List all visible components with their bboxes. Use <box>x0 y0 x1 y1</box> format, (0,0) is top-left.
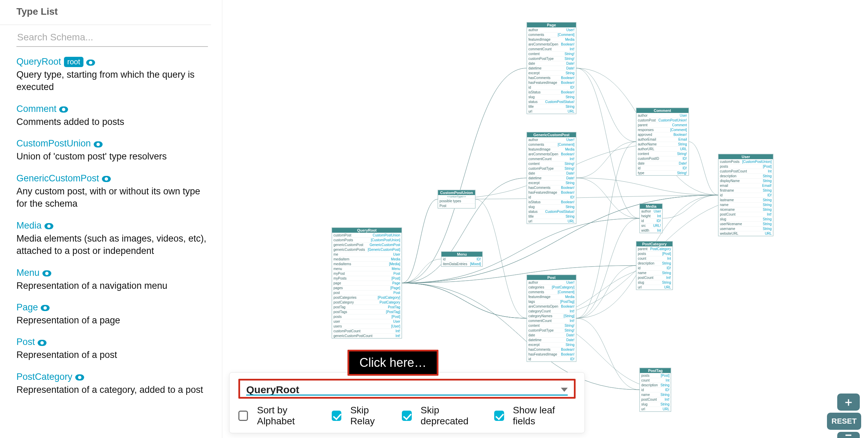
table-row: srcURL! <box>640 223 662 228</box>
table-row: nicenameString <box>719 207 773 212</box>
field-type: [Page] <box>390 286 400 290</box>
checkbox-show-leaf[interactable] <box>494 411 504 421</box>
type-item-post[interactable]: PostRepresentation of a post <box>16 337 222 361</box>
eye-icon[interactable] <box>94 141 103 147</box>
zoom-reset-button[interactable]: RESET <box>827 413 861 430</box>
table-row: isStatusBoolean! <box>527 90 576 94</box>
field-type: [PostCategory] <box>552 285 575 289</box>
field-name: title <box>528 104 534 109</box>
field-name: id <box>720 193 723 197</box>
type-desc: Union of 'custom post' type resolvers <box>16 150 211 163</box>
type-name[interactable]: Media <box>16 220 53 231</box>
field-name: posts <box>641 373 649 378</box>
field-name: excerpt <box>528 71 540 75</box>
field-name: posts <box>638 252 646 256</box>
field-name: mediaItem <box>333 257 350 261</box>
type-name[interactable]: CustomPostUnion <box>16 138 103 149</box>
eye-icon[interactable] <box>75 374 84 381</box>
table-row: urlURL <box>527 109 576 114</box>
type-table-comment[interactable]: CommentauthorUsercustomPostCustomPostUni… <box>636 108 689 176</box>
type-table-postcategory[interactable]: PostCategoryparentPostCategoryposts[Post… <box>636 241 673 290</box>
eye-icon[interactable] <box>42 270 51 276</box>
type-table-media[interactable]: MediaauthorUserheightIntidID!srcURL!widt… <box>640 204 662 233</box>
zoom-in-button[interactable]: ＋ <box>837 394 860 411</box>
zoom-out-button[interactable]: − <box>837 432 860 438</box>
table-row: categoryNames[String] <box>527 313 576 318</box>
field-name: date <box>528 61 535 66</box>
type-item-genericcustompost[interactable]: GenericCustomPostAny custom post, with o… <box>16 173 222 210</box>
field-type: String! <box>565 52 575 56</box>
field-type: Media <box>565 295 575 299</box>
type-table-posttag[interactable]: PostTagposts[Post]countIntdescriptionStr… <box>640 368 671 412</box>
table-row: customPostTypeString! <box>527 328 576 333</box>
type-table-post[interactable]: PostauthorUser!categories[PostCategory]c… <box>527 275 576 362</box>
root-type-dropdown[interactable]: QueryRoot <box>238 379 576 399</box>
field-name: tags <box>528 299 535 304</box>
type-table-queryroot[interactable]: QueryRootcustomPostCustomPostUnioncustom… <box>332 228 402 338</box>
table-row: hasCommentsBoolean! <box>527 347 576 352</box>
table-row: slugString <box>640 402 671 407</box>
table-row: responses[Comment] <box>636 127 688 132</box>
graph-canvas[interactable]: PageauthorUser!comments[Comment]featured… <box>222 0 868 438</box>
field-name: mediaItems <box>333 262 351 266</box>
field-type: Int! <box>570 157 575 161</box>
table-row: posts[Post] <box>332 314 402 319</box>
table-row: idID! <box>442 257 482 261</box>
table-row: descriptionString <box>636 261 672 266</box>
type-table-page[interactable]: PageauthorUser!comments[Comment]featured… <box>527 22 576 114</box>
table-row: customPostCountInt <box>719 169 773 173</box>
table-row: slugString <box>527 94 576 99</box>
type-item-queryroot[interactable]: QueryRootrootQuery type, starting from w… <box>16 56 222 93</box>
type-item-page[interactable]: PageRepresentation of a page <box>16 302 222 326</box>
field-type: String <box>662 261 671 266</box>
field-name: height <box>641 214 650 218</box>
checkbox-skip-deprecated[interactable] <box>402 411 411 421</box>
type-table-user[interactable]: UsercustomPosts[CustomPostUnion]posts[Po… <box>718 154 773 236</box>
type-name[interactable]: Comment <box>16 104 68 114</box>
field-name: name <box>720 203 728 207</box>
field-name: customPostType <box>528 166 554 171</box>
eye-icon[interactable] <box>38 340 47 346</box>
type-name[interactable]: Page <box>16 302 50 313</box>
type-name[interactable]: PostCategory <box>16 372 84 382</box>
table-row: customPostCountInt! <box>332 328 402 333</box>
type-name-text: Post <box>16 337 35 347</box>
eye-icon[interactable] <box>44 223 53 229</box>
type-item-custompostunion[interactable]: CustomPostUnionUnion of 'custom post' ty… <box>16 138 222 163</box>
checkbox-sort[interactable] <box>238 411 248 421</box>
search-input[interactable] <box>16 28 208 47</box>
field-name: nicename <box>720 207 735 212</box>
field-type: String <box>566 205 575 209</box>
eye-icon[interactable] <box>86 60 95 66</box>
type-table-genericcustompost[interactable]: GenericCustomPostauthorUser!comments[Com… <box>527 132 576 224</box>
table-row: postCountInt! <box>719 212 773 217</box>
type-table-custompostunion[interactable]: CustomPostUnion<<unionType>>possible typ… <box>438 190 475 208</box>
table-row: authorUser! <box>527 137 576 142</box>
field-name: lastname <box>720 198 734 202</box>
table-row: idID! <box>527 357 576 361</box>
type-item-media[interactable]: MediaMedia elements (such as images, vid… <box>16 220 222 257</box>
type-name-text: Menu <box>16 268 40 278</box>
table-row: slugString <box>636 280 672 285</box>
table-header: Media <box>640 204 662 209</box>
type-name-text: Comment <box>16 104 56 114</box>
table-row: hasCommentsBoolean! <box>527 75 576 80</box>
type-table-menu[interactable]: MenuidID!itemDataEntries[Mixed] <box>441 252 483 267</box>
type-name[interactable]: QueryRootroot <box>16 56 95 67</box>
eye-icon[interactable] <box>41 305 50 311</box>
type-name[interactable]: GenericCustomPost <box>16 173 111 184</box>
table-row: idID! <box>527 85 576 90</box>
type-item-comment[interactable]: CommentComments added to posts <box>16 104 222 128</box>
field-name: author <box>528 138 538 142</box>
table-row: contentString! <box>527 51 576 56</box>
type-name-text: Media <box>16 220 42 231</box>
checkbox-skip-relay[interactable] <box>332 411 341 421</box>
type-name[interactable]: Post <box>16 337 47 347</box>
type-item-postcategory[interactable]: PostCategoryRepresentation of a category… <box>16 372 222 396</box>
click-here-tooltip: Click here… <box>347 350 438 376</box>
type-item-menu[interactable]: MenuRepresentation of a navigation menu <box>16 268 222 292</box>
eye-icon[interactable] <box>59 106 68 113</box>
field-name: count <box>638 256 646 261</box>
type-name[interactable]: Menu <box>16 268 51 278</box>
eye-icon[interactable] <box>102 176 111 182</box>
